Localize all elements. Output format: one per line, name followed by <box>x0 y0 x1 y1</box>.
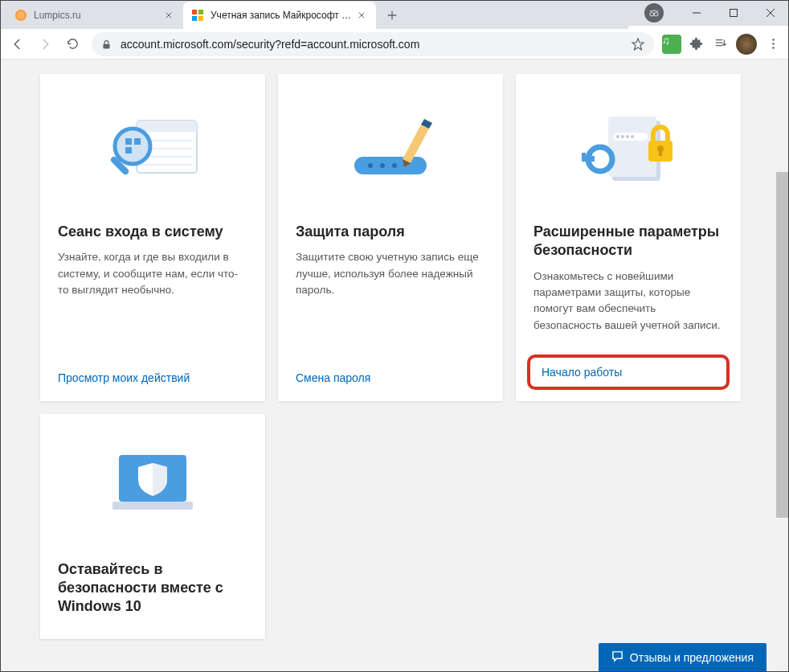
card-signin-activity: Сеанс входа в систему Узнайте, когда и г… <box>40 74 265 401</box>
card-windows10-safety: Оставайтесь в безопасности вместе с Wind… <box>40 414 265 639</box>
svg-rect-10 <box>103 43 109 48</box>
address-bar[interactable]: account.microsoft.com/security?refd=acco… <box>92 32 654 56</box>
svg-point-8 <box>650 13 654 16</box>
card-description: Узнайте, когда и где вы входили в систем… <box>58 249 247 298</box>
svg-rect-4 <box>192 10 197 14</box>
svg-rect-21 <box>125 138 132 145</box>
card-illustration-magnifier-icon <box>40 74 265 223</box>
svg-point-12 <box>772 43 775 45</box>
reading-list-button[interactable] <box>709 33 731 55</box>
card-description: Ознакомьтесь с новейшими параметрами защ… <box>533 268 723 334</box>
window-minimize-button[interactable] <box>678 0 715 26</box>
tab-title: Учетная запись Майкрософт | S <box>211 10 352 21</box>
bookmark-star-icon[interactable] <box>632 38 644 51</box>
card-title: Оставайтесь в безопасности вместе с Wind… <box>58 560 247 617</box>
svg-point-13 <box>772 47 775 49</box>
window-close-button[interactable] <box>752 0 789 26</box>
tab-close-button[interactable] <box>355 9 368 22</box>
browser-tab-lumpics[interactable]: Lumpics.ru <box>6 2 183 29</box>
card-illustration-pen-icon <box>278 74 503 223</box>
tab-title: Lumpics.ru <box>34 10 159 21</box>
get-started-link[interactable]: Начало работы <box>542 366 715 379</box>
svg-rect-42 <box>659 149 662 156</box>
lock-icon <box>101 39 112 50</box>
svg-point-9 <box>654 13 658 16</box>
svg-point-34 <box>626 135 629 138</box>
incognito-icon <box>644 3 664 23</box>
svg-rect-1 <box>730 10 738 17</box>
music-note-icon: ♫ <box>662 35 681 54</box>
url-text: account.microsoft.com/security?refd=acco… <box>121 38 632 51</box>
tab-strip: Lumpics.ru Учетная запись Майкрософт | S <box>0 0 628 29</box>
reload-button[interactable] <box>59 31 85 57</box>
card-title: Сеанс входа в систему <box>58 223 247 241</box>
speech-bubble-icon <box>611 650 623 665</box>
svg-rect-5 <box>198 10 203 14</box>
svg-point-35 <box>631 135 634 138</box>
svg-point-3 <box>17 11 25 19</box>
svg-point-33 <box>621 135 624 138</box>
card-illustration-laptop-shield-icon <box>40 414 265 560</box>
extension-music-button[interactable]: ♫ <box>660 33 683 55</box>
security-cards: Сеанс входа в систему Узнайте, когда и г… <box>40 59 749 639</box>
svg-rect-7 <box>198 16 203 21</box>
card-description: Защитите свою учетную запись еще лучше, … <box>296 249 485 298</box>
svg-point-28 <box>392 163 397 168</box>
tab-close-button[interactable] <box>162 9 175 22</box>
card-advanced-security: Расширенные параметры безопасности Ознак… <box>516 74 741 401</box>
menu-button[interactable] <box>762 33 784 55</box>
scrollbar-thumb[interactable] <box>776 172 789 518</box>
new-tab-button[interactable] <box>381 4 403 27</box>
change-password-link[interactable]: Смена пароля <box>296 371 370 384</box>
favicon-microsoft-icon <box>191 9 204 22</box>
card-title: Защита пароля <box>296 223 485 241</box>
feedback-button[interactable]: Отзывы и предложения <box>599 643 767 672</box>
svg-rect-38 <box>582 153 586 158</box>
svg-point-32 <box>616 135 619 138</box>
scrollbar-track[interactable] <box>776 59 789 672</box>
feedback-label: Отзывы и предложения <box>630 651 754 664</box>
browser-toolbar: account.microsoft.com/security?refd=acco… <box>0 29 789 59</box>
svg-point-20 <box>115 129 150 164</box>
svg-point-11 <box>772 39 775 41</box>
svg-rect-15 <box>137 121 197 132</box>
forward-button[interactable] <box>32 31 58 57</box>
svg-rect-25 <box>354 157 427 174</box>
svg-rect-39 <box>588 153 592 158</box>
page-content: Сеанс входа в систему Узнайте, когда и г… <box>0 59 789 672</box>
view-activity-link[interactable]: Просмотр моих действий <box>58 371 190 384</box>
svg-rect-23 <box>125 147 132 154</box>
svg-rect-44 <box>112 502 193 510</box>
highlighted-cta: Начало работы <box>527 354 730 390</box>
card-illustration-lock-key-icon <box>516 74 741 223</box>
favicon-lumpics-icon <box>14 9 27 22</box>
svg-rect-6 <box>192 16 197 21</box>
extensions-button[interactable] <box>685 33 707 55</box>
profile-avatar[interactable] <box>736 34 757 55</box>
svg-point-26 <box>368 163 373 168</box>
browser-tab-microsoft-account[interactable]: Учетная запись Майкрософт | S <box>183 2 376 29</box>
window-maximize-button[interactable] <box>715 0 752 26</box>
svg-rect-22 <box>134 138 141 145</box>
back-button[interactable] <box>5 31 31 57</box>
card-title: Расширенные параметры безопасности <box>533 223 723 260</box>
card-password-protection: Защита пароля Защитите свою учетную запи… <box>278 74 503 401</box>
svg-point-27 <box>380 163 385 168</box>
incognito-indicator <box>644 3 664 23</box>
